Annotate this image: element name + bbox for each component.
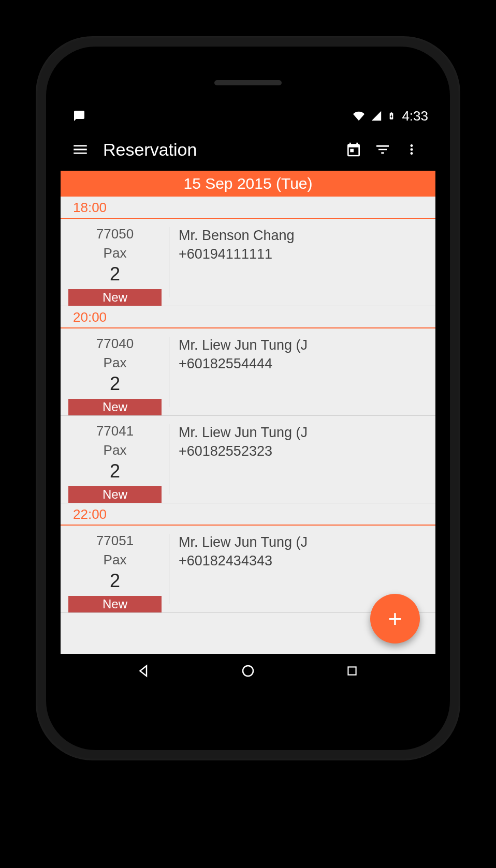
phone-inner: 4:33 Reservation 15 Sep 2015 (Tue [46, 47, 450, 750]
reservation-meta: 77050 Pax 2 New [61, 219, 169, 306]
svg-point-0 [243, 666, 253, 676]
reservation-id: 77050 [65, 226, 165, 242]
calendar-button[interactable] [339, 141, 368, 158]
reservation-item[interactable]: 77050 Pax 2 New Mr. Benson Chang +601941… [61, 219, 435, 306]
status-badge: New [68, 486, 162, 503]
reservation-guest: Mr. Benson Chang +60194111111 [169, 219, 435, 306]
android-nav-bar [61, 654, 435, 688]
plus-icon: + [388, 605, 402, 633]
guest-name: Mr. Benson Chang [179, 226, 426, 245]
date-banner: 15 Sep 2015 (Tue) [61, 171, 435, 197]
reservation-meta: 77040 Pax 2 New [61, 328, 169, 415]
guest-name: Mr. Liew Jun Tung (J [179, 533, 426, 551]
reservation-guest: Mr. Liew Jun Tung (J +60182554444 [169, 328, 435, 415]
reservation-item[interactable]: 77041 Pax 2 New Mr. Liew Jun Tung (J +60… [61, 416, 435, 503]
phone-frame: 4:33 Reservation 15 Sep 2015 (Tue [36, 36, 460, 760]
battery-charging-icon [387, 110, 396, 122]
pax-count: 2 [65, 263, 165, 285]
phone-speaker [214, 80, 282, 85]
guest-phone: +60182434343 [179, 551, 426, 570]
add-reservation-fab[interactable]: + [370, 594, 420, 643]
reservation-id: 77040 [65, 336, 165, 352]
pax-label: Pax [65, 245, 165, 261]
notification-icon [73, 110, 85, 122]
pax-label: Pax [65, 552, 165, 568]
guest-phone: +60182554444 [179, 354, 426, 373]
hamburger-menu-button[interactable] [70, 141, 91, 158]
status-badge: New [68, 399, 162, 415]
pax-count: 2 [65, 460, 165, 482]
screen: 4:33 Reservation 15 Sep 2015 (Tue [61, 103, 435, 688]
reservation-meta: 77041 Pax 2 New [61, 416, 169, 503]
guest-name: Mr. Liew Jun Tung (J [179, 336, 426, 354]
app-bar: Reservation [61, 128, 435, 171]
guest-name: Mr. Liew Jun Tung (J [179, 423, 426, 442]
nav-back-button[interactable] [128, 663, 159, 679]
page-title: Reservation [103, 140, 339, 160]
signal-icon [371, 110, 382, 122]
pax-label: Pax [65, 442, 165, 458]
nav-home-button[interactable] [232, 663, 264, 679]
status-time: 4:33 [402, 108, 428, 124]
time-header: 18:00 [61, 197, 435, 219]
status-badge: New [68, 596, 162, 612]
reservation-meta: 77051 Pax 2 New [61, 526, 169, 612]
nav-recent-button[interactable] [337, 664, 368, 678]
reservation-guest: Mr. Liew Jun Tung (J +60182552323 [169, 416, 435, 503]
pax-count: 2 [65, 373, 165, 395]
guest-phone: +60182552323 [179, 442, 426, 460]
guest-phone: +60194111111 [179, 245, 426, 263]
reservation-id: 77041 [65, 423, 165, 439]
overflow-menu-button[interactable] [397, 142, 426, 157]
time-header: 20:00 [61, 306, 435, 328]
pax-label: Pax [65, 355, 165, 371]
reservation-item[interactable]: 77040 Pax 2 New Mr. Liew Jun Tung (J +60… [61, 328, 435, 416]
pax-count: 2 [65, 570, 165, 592]
reservation-id: 77051 [65, 533, 165, 549]
status-bar: 4:33 [61, 103, 435, 128]
filter-button[interactable] [368, 141, 397, 158]
svg-rect-1 [348, 667, 356, 675]
reservation-list[interactable]: 18:00 77050 Pax 2 New Mr. Benson Chang +… [61, 197, 435, 654]
wifi-icon [352, 110, 366, 122]
status-badge: New [68, 289, 162, 306]
time-header: 22:00 [61, 503, 435, 526]
